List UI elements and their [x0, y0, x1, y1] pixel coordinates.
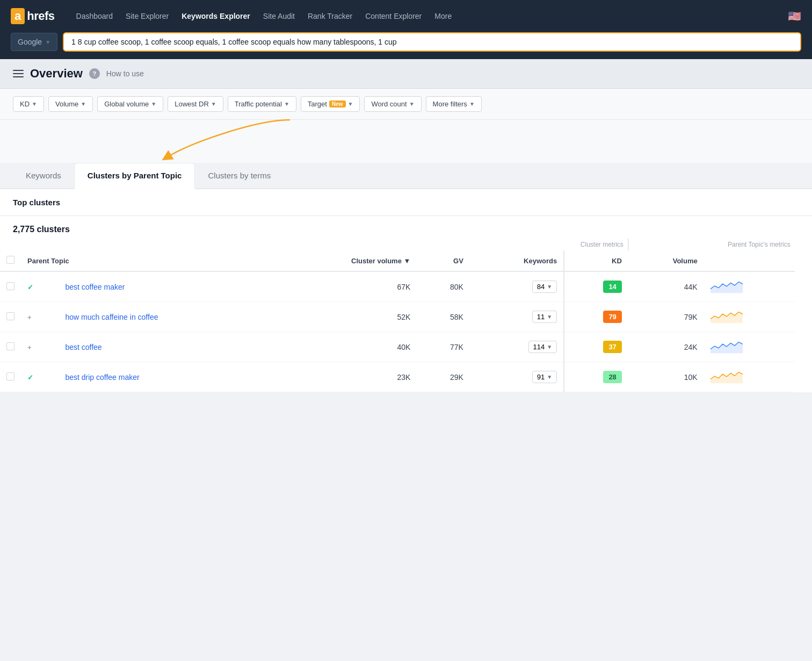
parent-topic-link[interactable]: best coffee — [65, 343, 102, 351]
row-icon-cell: + — [21, 332, 59, 362]
row-checkbox-cell — [0, 302, 21, 332]
th-gv: GV — [417, 250, 469, 271]
table-row: ✓ best coffee maker 67K 80K 84 ▼ 14 44K — [0, 271, 812, 302]
row-checkbox[interactable] — [6, 312, 15, 320]
logo[interactable]: a hrefs — [11, 8, 55, 24]
clusters-count: 2,775 clusters — [0, 216, 812, 239]
filter-target[interactable]: Target New ▼ — [301, 96, 360, 112]
row-plus-icon: + — [27, 313, 32, 321]
row-checkbox[interactable] — [6, 342, 15, 350]
keywords-chevron-icon: ▼ — [547, 314, 552, 320]
logo-icon: a — [11, 8, 25, 24]
row-checkbox[interactable] — [6, 282, 15, 290]
parent-topic-link[interactable]: how much caffeine in coffee — [65, 313, 158, 321]
parent-topic-link[interactable]: best drip coffee maker — [65, 373, 139, 382]
th-cluster-volume[interactable]: Cluster volume ▼ — [272, 250, 417, 271]
page-header: Overview ? How to use — [0, 59, 812, 89]
arrow-annotation — [0, 120, 812, 163]
search-engine-selector[interactable]: Google ▼ — [11, 33, 57, 51]
nav-more[interactable]: More — [434, 12, 452, 20]
search-input[interactable] — [71, 38, 793, 46]
th-select-all[interactable] — [0, 250, 21, 271]
row-volume: 10K — [628, 362, 704, 392]
nav-rank-tracker[interactable]: Rank Tracker — [308, 12, 352, 20]
filter-kd[interactable]: KD ▼ — [13, 96, 44, 112]
page-title: Overview — [30, 67, 83, 81]
th-volume: Volume — [628, 250, 704, 271]
nav-dashboard[interactable]: Dashboard — [76, 12, 113, 20]
table-meta-row: Cluster metrics Parent Topic's metrics — [0, 239, 812, 250]
row-keywords: 11 ▼ — [470, 302, 564, 332]
filter-global-volume[interactable]: Global volume ▼ — [97, 96, 163, 112]
tab-keywords[interactable]: Keywords — [13, 163, 74, 189]
kd-chevron-icon: ▼ — [32, 101, 37, 107]
filters-row: KD ▼ Volume ▼ Global volume ▼ Lowest DR … — [0, 89, 812, 120]
row-kd: 14 — [564, 271, 628, 302]
target-chevron-icon: ▼ — [348, 101, 353, 107]
arrow-svg — [161, 114, 301, 163]
top-clusters-header: Top clusters — [0, 189, 812, 216]
tp-chevron-icon: ▼ — [284, 101, 289, 107]
nav-keywords-explorer[interactable]: Keywords Explorer — [182, 12, 250, 20]
mf-chevron-icon: ▼ — [469, 101, 475, 107]
logo-text: hrefs — [27, 9, 54, 23]
row-cluster-volume: 40K — [272, 332, 417, 362]
row-cluster-volume: 23K — [272, 362, 417, 392]
row-checkbox-cell — [0, 332, 21, 362]
row-check-icon: ✓ — [27, 373, 33, 382]
nav-content-explorer[interactable]: Content Explorer — [365, 12, 422, 20]
row-checkbox[interactable] — [6, 372, 15, 380]
row-sparkline-cell — [704, 332, 795, 362]
kd-badge: 79 — [603, 311, 621, 323]
row-volume: 44K — [628, 271, 704, 302]
dr-chevron-icon: ▼ — [211, 101, 216, 107]
row-icon-cell: ✓ — [21, 362, 59, 392]
row-sparkline-cell — [704, 362, 795, 392]
nav-site-audit[interactable]: Site Audit — [263, 12, 295, 20]
th-keywords: Keywords — [470, 250, 564, 271]
row-keywords: 91 ▼ — [470, 362, 564, 392]
filter-lowest-dr[interactable]: Lowest DR ▼ — [168, 96, 223, 112]
filter-word-count[interactable]: Word count ▼ — [364, 96, 421, 112]
sparkline-chart — [711, 278, 743, 293]
keywords-dropdown-btn[interactable]: 91 ▼ — [532, 371, 557, 383]
keywords-dropdown-btn[interactable]: 11 ▼ — [532, 311, 557, 323]
how-to-use-link[interactable]: How to use — [106, 69, 144, 78]
filter-traffic-potential[interactable]: Traffic potential ▼ — [228, 96, 296, 112]
keywords-chevron-icon: ▼ — [547, 344, 552, 350]
table-row: ✓ best drip coffee maker 23K 29K 91 ▼ 28… — [0, 362, 812, 392]
filter-volume[interactable]: Volume ▼ — [48, 96, 93, 112]
kd-badge: 14 — [603, 281, 621, 293]
section-title: Top clusters — [13, 198, 60, 207]
table-row: + best coffee 40K 77K 114 ▼ 37 24K — [0, 332, 812, 362]
row-icon-cell: + — [21, 302, 59, 332]
content-area: Top clusters 2,775 clusters Cluster metr… — [0, 189, 812, 392]
tab-clusters-terms[interactable]: Clusters by terms — [195, 163, 284, 189]
tabs-row: Keywords Clusters by Parent Topic Cluste… — [0, 163, 812, 189]
keywords-chevron-icon: ▼ — [547, 374, 552, 380]
row-volume: 79K — [628, 302, 704, 332]
tab-clusters-parent-topic[interactable]: Clusters by Parent Topic — [74, 163, 195, 189]
parent-topic-link[interactable]: best coffee maker — [65, 283, 125, 291]
row-plus-icon: + — [27, 343, 32, 351]
keywords-dropdown-btn[interactable]: 84 ▼ — [532, 281, 557, 293]
row-checkbox-cell — [0, 271, 21, 302]
hamburger-menu[interactable] — [13, 70, 24, 77]
data-table: Cluster metrics Parent Topic's metrics P… — [0, 239, 812, 392]
navigation: a hrefs Dashboard Site Explorer Keywords… — [0, 0, 812, 32]
row-gv: 77K — [417, 332, 469, 362]
row-parent-topic-cell: best coffee maker — [59, 271, 272, 302]
more-filters-button[interactable]: More filters ▼ — [426, 96, 482, 112]
cluster-metrics-label: Cluster metrics — [417, 239, 628, 250]
nav-site-explorer[interactable]: Site Explorer — [126, 12, 169, 20]
search-bar-row: Google ▼ — [0, 32, 812, 59]
row-kd: 79 — [564, 302, 628, 332]
language-flag[interactable]: 🇺🇸 — [788, 10, 801, 23]
select-all-checkbox[interactable] — [6, 256, 15, 264]
row-cluster-volume: 52K — [272, 302, 417, 332]
kd-badge: 28 — [603, 371, 621, 383]
row-gv: 80K — [417, 271, 469, 302]
row-checkbox-cell — [0, 362, 21, 392]
help-icon[interactable]: ? — [89, 68, 100, 79]
keywords-dropdown-btn[interactable]: 114 ▼ — [528, 341, 557, 353]
